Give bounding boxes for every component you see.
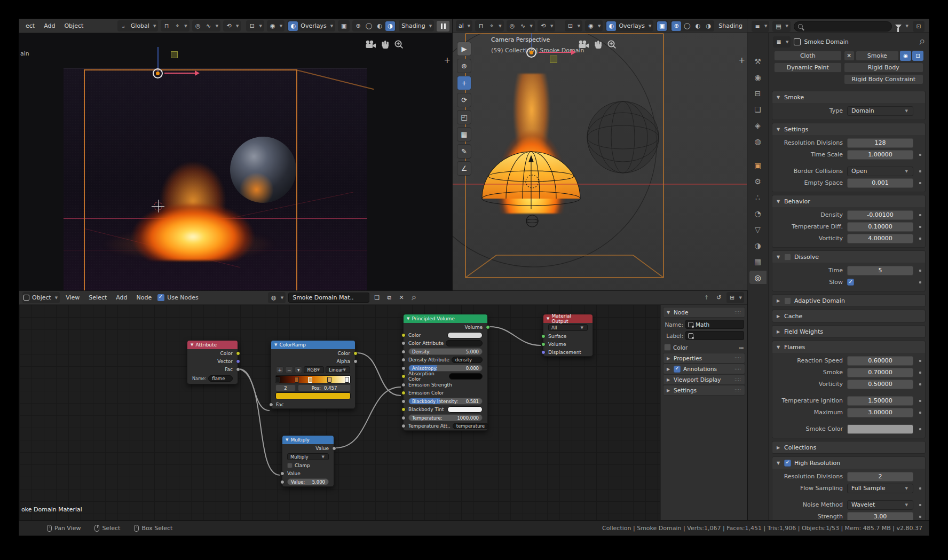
- overlays-icon[interactable]: ◐: [606, 21, 616, 31]
- volume-input-socket[interactable]: [541, 342, 546, 346]
- pivot-dropdown[interactable]: ⊡▼: [246, 20, 264, 31]
- panel-header-flames[interactable]: ▼Flames: [772, 341, 925, 353]
- fac-output-socket[interactable]: [236, 367, 240, 372]
- panel-properties[interactable]: ▶Properties∷∷: [663, 353, 745, 364]
- color-attribute-input-socket[interactable]: [401, 341, 406, 345]
- resolution-divisions-field[interactable]: 128: [847, 138, 913, 148]
- panel-header-high-resolution[interactable]: ▼High Resolution: [772, 457, 925, 469]
- rendered-shading-icon[interactable]: ◑: [704, 21, 713, 31]
- density-input-socket[interactable]: [401, 350, 406, 354]
- color-attribute-field[interactable]: [446, 340, 483, 346]
- proportional-group-right[interactable]: ◎ ∿▼: [507, 20, 535, 31]
- tab-world[interactable]: ◍: [749, 135, 767, 148]
- color-output-socket[interactable]: [236, 351, 240, 356]
- pause-button[interactable]: [437, 21, 449, 31]
- rigid-body-constraint-button[interactable]: Rigid Body Constraint: [844, 74, 923, 84]
- menu-view[interactable]: View: [62, 293, 83, 302]
- menu-add[interactable]: Add: [41, 21, 58, 30]
- cloth-button[interactable]: Cloth: [774, 51, 842, 61]
- tab-particles[interactable]: ∴: [749, 191, 767, 204]
- surface-input-socket[interactable]: [541, 334, 546, 338]
- panel-header-behavior[interactable]: ▼Behavior: [772, 195, 925, 207]
- value2-input-socket[interactable]: [280, 480, 285, 484]
- ramp-stop-2[interactable]: [308, 377, 312, 383]
- emission-strength-input-socket[interactable]: [401, 383, 406, 387]
- animate-dot-icon[interactable]: [919, 504, 921, 506]
- emitter-axis-arrow[interactable]: [164, 73, 195, 74]
- outliner-display-mode[interactable]: ≡▼: [752, 21, 769, 32]
- smoke-field[interactable]: 0.70000: [847, 368, 913, 377]
- editor-type-dropdown[interactable]: ≣▼: [773, 36, 791, 48]
- panel-header-cache[interactable]: ▶Cache: [772, 310, 925, 322]
- ramp-stop-3[interactable]: [327, 377, 331, 383]
- temperature-input-socket[interactable]: [401, 416, 406, 420]
- node-color-checkbox[interactable]: [664, 344, 671, 351]
- panel-annotations[interactable]: ▶Annotations∷∷: [663, 364, 745, 374]
- tab-object-data[interactable]: ▽: [749, 223, 767, 236]
- flow-emitter-gizmo[interactable]: [153, 68, 163, 78]
- transform-pivot-group[interactable]: ⟲▼: [223, 20, 241, 31]
- panel-viewport-display[interactable]: ▶Viewport Display∷∷: [663, 374, 745, 385]
- animate-dot-icon[interactable]: [919, 487, 921, 490]
- attr-name-field[interactable]: flame: [208, 375, 233, 382]
- animate-dot-icon[interactable]: [919, 281, 921, 283]
- panel-header-collections[interactable]: ▶Collections: [772, 441, 925, 453]
- color-mode-dropdown[interactable]: RGB▼: [304, 366, 324, 373]
- blackbody-intensity-slider[interactable]: Blackbody Intensity:0.581: [408, 398, 483, 405]
- material-name-field[interactable]: Smoke Domain Mat..: [288, 293, 369, 303]
- material-browse-dropdown[interactable]: ◍▼: [268, 292, 286, 303]
- animate-dot-icon[interactable]: [919, 214, 921, 216]
- volume-output-socket[interactable]: [486, 325, 490, 329]
- slow-checkbox[interactable]: [847, 279, 854, 286]
- zoom-icon[interactable]: [394, 40, 404, 49]
- menu-node[interactable]: Node: [133, 293, 155, 302]
- empty-space-field[interactable]: 0.001: [847, 178, 913, 188]
- temperature-att-input-socket[interactable]: [401, 424, 406, 428]
- panel-header-field-weights[interactable]: ▶Field Weights: [772, 326, 925, 337]
- density-attribute-field[interactable]: density: [452, 357, 483, 363]
- blackbody-tint-input-socket[interactable]: [401, 407, 406, 412]
- overlays-icon[interactable]: ◐: [288, 21, 298, 31]
- rigid-body-button[interactable]: Rigid Body: [844, 62, 923, 73]
- parent-node-tree-icon[interactable]: ↑: [702, 293, 712, 303]
- ramp-stop-0[interactable]: [275, 377, 280, 383]
- gizmo-toggle[interactable]: ▣: [338, 20, 350, 31]
- interpolation-dropdown[interactable]: Linear▼: [326, 366, 350, 373]
- displacement-input-socket[interactable]: [541, 350, 546, 354]
- new-material-icon[interactable]: ❏: [372, 293, 382, 303]
- panel-checkbox-high-resolution[interactable]: [784, 460, 791, 467]
- hand-icon[interactable]: [594, 40, 603, 49]
- annotations-checkbox[interactable]: [674, 366, 681, 373]
- animate-dot-icon[interactable]: [919, 170, 921, 172]
- density-slider[interactable]: Density:5.000: [408, 348, 483, 355]
- node-overlap-dropdown[interactable]: ⊞▼: [726, 292, 744, 303]
- tab-constraints[interactable]: ◔: [749, 207, 767, 220]
- color-output-socket[interactable]: [353, 351, 358, 356]
- gizmo-icon[interactable]: ▣: [339, 21, 349, 31]
- rotate-tool[interactable]: ⟳: [457, 93, 471, 107]
- remove-smoke-icon[interactable]: ✕: [844, 51, 855, 61]
- outliner-filter-mode[interactable]: ▤▼: [772, 21, 790, 32]
- ramp-stop-1[interactable]: [295, 377, 299, 383]
- temperature-diff-field[interactable]: 0.10000: [847, 222, 913, 232]
- material-shading-icon[interactable]: ◐: [375, 21, 384, 31]
- shading-dropdown[interactable]: Shading▼: [399, 20, 434, 31]
- render-visibility-icon[interactable]: ◉: [900, 51, 911, 61]
- breadcrumb-object-name[interactable]: Smoke Domain: [804, 38, 848, 45]
- wireframe-shading-icon[interactable]: ⊕: [353, 21, 363, 31]
- menu-select[interactable]: Select: [85, 293, 110, 302]
- ramp-stop-4[interactable]: [345, 377, 349, 383]
- cursor-tool[interactable]: ⊕: [457, 59, 471, 73]
- tab-modifiers[interactable]: ⚙: [749, 175, 767, 188]
- panel-header-settings[interactable]: ▼Settings: [772, 123, 925, 135]
- animate-dot-icon[interactable]: [919, 270, 921, 272]
- transform-tool[interactable]: ▦: [457, 127, 471, 141]
- noise-method-dropdown[interactable]: Wavelet▼: [847, 500, 913, 510]
- menu-select-cut[interactable]: ect: [22, 21, 38, 30]
- absorption-color-swatch[interactable]: [449, 373, 483, 380]
- alpha-output-socket[interactable]: [353, 359, 358, 364]
- border-collisions-dropdown[interactable]: Open▼: [847, 167, 913, 176]
- panel-settings[interactable]: ▶Settings∷∷: [663, 385, 745, 396]
- snapping-group[interactable]: ⊓ ⌖▼: [161, 20, 189, 31]
- clamp-checkbox[interactable]: [287, 463, 293, 468]
